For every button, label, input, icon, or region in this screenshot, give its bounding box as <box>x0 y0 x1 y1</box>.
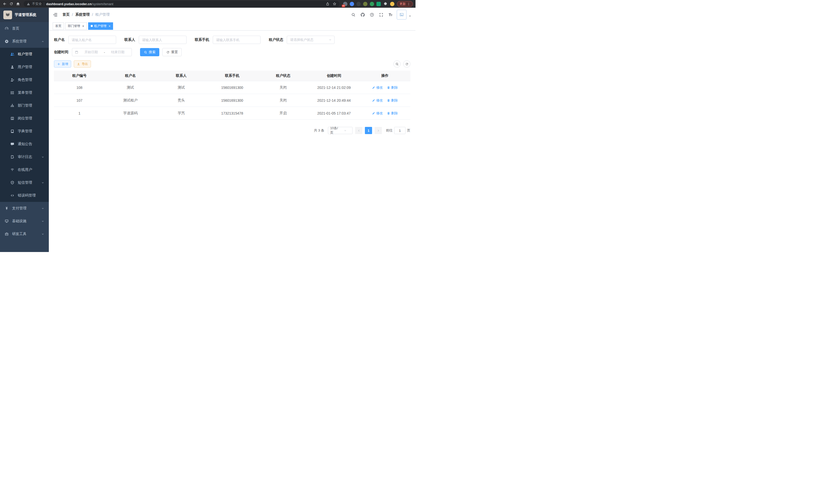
cell-id: 1 <box>54 107 105 120</box>
sidebar-item-10[interactable]: 通知公告 <box>0 138 49 151</box>
security-label[interactable]: 不安全 <box>32 2 42 6</box>
delete-button[interactable]: 删除 <box>387 85 398 90</box>
edit-button[interactable]: 修改 <box>372 98 383 103</box>
export-button[interactable]: 导出 <box>74 60 91 67</box>
sidebar-item-label: 首页 <box>12 26 19 31</box>
sidebar-item-2[interactable]: 系统管理 <box>0 35 49 48</box>
sidebar-item-7[interactable]: 部门管理 <box>0 99 49 112</box>
breadcrumb-item-2[interactable]: 系统管理 <box>75 12 90 17</box>
extension-green-circle-icon[interactable] <box>370 2 374 6</box>
warning-icon <box>27 2 30 6</box>
extension-green-square-icon[interactable] <box>376 2 381 6</box>
breadcrumb: 首页/系统管理/租户管理 <box>62 12 110 17</box>
phone-input[interactable] <box>213 36 261 44</box>
sidebar-item-label: 岗位管理 <box>18 116 32 121</box>
errcode-icon <box>10 194 15 198</box>
avatar-caret-icon[interactable] <box>408 14 411 18</box>
browser-home-icon[interactable] <box>16 2 20 6</box>
refresh-table-button[interactable] <box>403 60 410 67</box>
chevron-down-icon <box>41 220 44 223</box>
next-page-button[interactable] <box>375 127 382 134</box>
address-bar[interactable]: 不安全 dashboard.yudao.iocoder.cn/system/te… <box>24 1 339 7</box>
header-actions <box>351 10 411 20</box>
sidebar-item-5[interactable]: 角色管理 <box>0 73 49 86</box>
tenant-name-input[interactable] <box>68 36 116 44</box>
share-icon[interactable] <box>326 2 329 6</box>
tab-1[interactable]: 首页 <box>53 22 64 30</box>
sidebar-item-13[interactable]: 短信管理 <box>0 176 49 189</box>
sidebar-item-3[interactable]: 租户管理 <box>0 48 49 61</box>
toggle-search-button[interactable] <box>393 60 401 67</box>
contact-input[interactable] <box>139 36 187 44</box>
extension-adblock-icon[interactable]: 10 <box>343 2 347 6</box>
edit-button[interactable]: 修改 <box>372 111 383 116</box>
profile-avatar[interactable] <box>390 2 395 6</box>
hamburger-icon[interactable] <box>53 12 58 17</box>
search-icon <box>144 51 147 54</box>
page-size-select[interactable]: 10条/页 <box>328 127 352 134</box>
edit-label: 修改 <box>376 111 383 116</box>
total-count: 共 3 条 <box>314 128 324 133</box>
tab-close-icon[interactable]: × <box>109 24 111 28</box>
fontsize-icon[interactable] <box>388 12 393 17</box>
sidebar-item-6[interactable]: 菜单管理 <box>0 86 49 99</box>
tab-2[interactable]: 部门管理× <box>65 22 87 30</box>
add-button[interactable]: 新增 <box>54 60 71 67</box>
edit-button[interactable]: 修改 <box>372 85 383 90</box>
sidebar-item-17[interactable]: 研发工具 <box>0 228 49 240</box>
sidebar-item-label: 租户管理 <box>18 52 32 57</box>
sidebar-item-11[interactable]: 审计日志 <box>0 151 49 164</box>
page-content: 租户名 联系人 联系手机 租户状态 请选择租户状态 <box>49 31 416 252</box>
github-icon[interactable] <box>361 12 365 17</box>
goto-page-input[interactable] <box>394 127 405 134</box>
sidebar-item-15[interactable]: 支付管理 <box>0 202 49 215</box>
sidebar-item-16[interactable]: 基础设施 <box>0 215 49 228</box>
fullscreen-icon[interactable] <box>379 12 383 17</box>
user-avatar[interactable] <box>397 10 406 20</box>
cell-name: 测试 <box>105 81 156 94</box>
app-logo[interactable]: 芋道管理系统 <box>0 8 49 22</box>
sidebar-item-9[interactable]: 字典管理 <box>0 125 49 138</box>
browser-menu-icon[interactable] <box>407 2 410 6</box>
breadcrumb-item-1[interactable]: 首页 <box>62 12 69 17</box>
search-button[interactable]: 搜索 <box>140 48 159 56</box>
sidebar-item-14[interactable]: 错误码管理 <box>0 189 49 202</box>
update-button[interactable]: 更新 <box>397 1 413 7</box>
sidebar-item-8[interactable]: 岗位管理 <box>0 112 49 125</box>
breadcrumb-separator: / <box>92 12 93 17</box>
search-icon[interactable] <box>351 12 355 17</box>
sidebar-item-4[interactable]: 用户管理 <box>0 61 49 73</box>
help-icon[interactable] <box>370 12 374 17</box>
table-row: 108测试测试15601691300关闭2021-12-14 21:02:09修… <box>54 81 410 94</box>
browser-reload-icon[interactable] <box>9 2 13 6</box>
tree-icon <box>10 103 15 108</box>
browser-back-icon[interactable] <box>3 2 7 6</box>
extension-dark-globe-icon[interactable] <box>356 2 361 6</box>
sidebar-item-label: 菜单管理 <box>18 90 32 95</box>
extension-blue-icon[interactable] <box>350 2 354 6</box>
sidebar-item-12[interactable]: 在线用户 <box>0 164 49 176</box>
reset-button[interactable]: 重置 <box>163 48 182 56</box>
broken-image-icon <box>399 12 404 17</box>
dashboard-icon <box>5 26 9 31</box>
edit-icon <box>372 112 375 115</box>
page-button-1[interactable]: 1 <box>365 127 372 134</box>
online-icon <box>10 168 15 172</box>
extension-olive-icon[interactable] <box>363 2 368 6</box>
cell-created: 2021-12-14 20:49:44 <box>309 94 360 107</box>
delete-button[interactable]: 删除 <box>387 98 398 103</box>
table-header: 租户编号租户名联系人联系手机租户状态创建时间操作 <box>54 71 410 81</box>
download-icon <box>77 62 80 66</box>
extensions-puzzle-icon[interactable] <box>383 2 388 6</box>
sidebar-item-1[interactable]: 首页 <box>0 22 49 35</box>
chevron-right-icon <box>377 129 380 132</box>
bookmark-star-icon[interactable] <box>333 2 336 6</box>
create-time-range[interactable]: 开始日期 - 结束日期 <box>72 48 132 56</box>
prev-page-button[interactable] <box>355 127 362 134</box>
tab-3[interactable]: 租户管理× <box>88 22 113 30</box>
cell-phone: 15601691300 <box>207 94 257 107</box>
delete-button[interactable]: 删除 <box>387 111 398 116</box>
tenant-status-select[interactable]: 请选择租户状态 <box>287 36 335 44</box>
sidebar-item-label: 在线用户 <box>18 168 32 172</box>
tab-close-icon[interactable]: × <box>82 24 84 28</box>
